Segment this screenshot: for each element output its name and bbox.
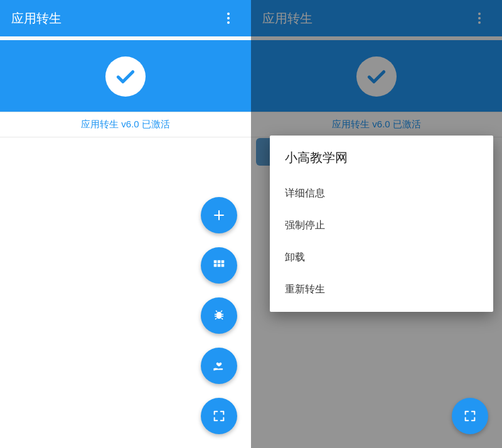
fab-stack (201, 197, 237, 434)
dialog-item-force-stop[interactable]: 强制停止 (285, 210, 478, 242)
more-button[interactable] (216, 6, 241, 31)
svg-rect-1 (218, 260, 221, 264)
dialog-item-recreate[interactable]: 重新转生 (285, 274, 478, 306)
context-dialog: 小高教学网 详细信息 强制停止 卸载 重新转生 (270, 136, 493, 312)
heart-hand-icon (211, 358, 227, 374)
status-text: 应用转生 v6.0 已激活 (251, 112, 502, 137)
more-vert-icon (227, 13, 230, 24)
grid-icon (212, 259, 226, 272)
status-text: 应用转生 v6.0 已激活 (0, 112, 251, 137)
fab-expand[interactable] (201, 398, 237, 434)
appbar-title: 应用转生 (262, 10, 467, 27)
appbar-title: 应用转生 (11, 10, 216, 27)
right-panel: 应用转生 应用转生 v6.0 已激活 小高教学网 详细信息 强制停止 卸载 重新… (251, 0, 502, 448)
appbar: 应用转生 (0, 0, 251, 36)
fab-expand[interactable] (452, 398, 488, 434)
svg-rect-2 (222, 260, 225, 264)
dialog-item-details[interactable]: 详细信息 (285, 178, 478, 210)
expand-icon (463, 409, 477, 423)
dialog-title: 小高教学网 (285, 149, 478, 166)
status-banner: 应用转生 v6.0 已激活 (251, 40, 502, 137)
more-vert-icon (478, 13, 481, 24)
svg-rect-4 (218, 264, 221, 267)
fab-bug[interactable] (201, 297, 237, 334)
fab-grid[interactable] (201, 247, 237, 284)
fab-add[interactable] (201, 197, 237, 233)
appbar: 应用转生 (251, 0, 502, 36)
svg-rect-5 (222, 264, 225, 267)
bug-icon (211, 308, 227, 323)
plus-icon (211, 208, 227, 223)
status-check-icon (356, 56, 397, 97)
fab-expand-wrap (452, 398, 488, 434)
fab-donate[interactable] (201, 348, 237, 384)
status-banner: 应用转生 v6.0 已激活 (0, 40, 251, 137)
expand-icon (212, 409, 226, 423)
dialog-item-uninstall[interactable]: 卸载 (285, 242, 478, 274)
status-check-icon (105, 56, 146, 97)
status-icon-wrap (0, 50, 251, 112)
svg-rect-3 (214, 264, 217, 267)
more-button[interactable] (467, 6, 492, 31)
status-icon-wrap (251, 50, 502, 112)
svg-rect-0 (214, 260, 217, 264)
left-panel: 应用转生 应用转生 v6.0 已激活 (0, 0, 251, 448)
